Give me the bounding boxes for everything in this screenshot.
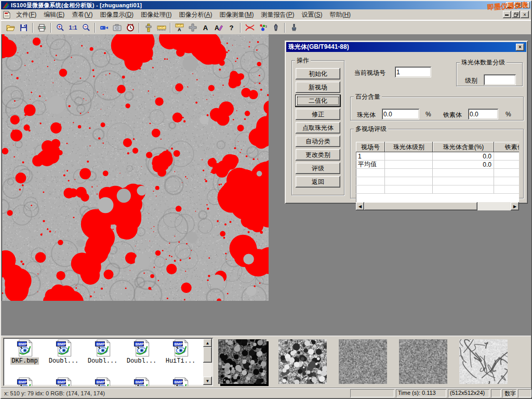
menu-item-i[interactable]: 图像处理(I) xyxy=(137,9,175,20)
file-item-2[interactable]: BMPDoubl... xyxy=(44,339,83,365)
menu-item-m[interactable]: 图像测量(M) xyxy=(216,9,257,20)
op-button-9[interactable]: 返回 xyxy=(296,176,340,188)
table-row-1[interactable]: 10.0 xyxy=(356,152,519,161)
ferrite-value-input[interactable] xyxy=(468,109,498,119)
op-button-7[interactable]: 更改类别 xyxy=(296,149,340,161)
menu-item-a[interactable]: 图像分析(A) xyxy=(175,9,216,20)
child-restore-button[interactable] xyxy=(512,11,520,18)
level-input[interactable] xyxy=(484,74,516,85)
video-camera-button[interactable] xyxy=(98,22,111,34)
scroll-down-button[interactable]: ▼ xyxy=(203,377,212,385)
file-item-1[interactable]: BMPDKF.bmp xyxy=(5,339,44,365)
pen-tool-button[interactable] xyxy=(269,22,282,34)
op-button-8[interactable]: 评级 xyxy=(296,163,340,174)
grid-cross-button[interactable] xyxy=(186,22,199,34)
file-item-3[interactable]: BMPDoubl... xyxy=(83,339,122,365)
table-hscrollbar[interactable]: ◀ ▶ xyxy=(356,202,519,210)
menu-item-f[interactable]: 文件(F) xyxy=(12,9,40,20)
annotate-tool-icon: A xyxy=(214,23,223,32)
file-item-4[interactable]: BMPDoubl... xyxy=(122,339,161,365)
pearlite-value-input[interactable] xyxy=(382,109,419,119)
bmp-file-icon: BMP xyxy=(133,339,151,357)
text-tool-button[interactable]: A xyxy=(199,22,212,34)
app-close-button[interactable]: × xyxy=(523,2,530,8)
child-close-button[interactable]: × xyxy=(521,11,529,18)
zoom-out-icon xyxy=(82,23,90,32)
menu-item-p[interactable]: 测量报告(P) xyxy=(257,9,298,20)
count-markers-button[interactable]: 3 xyxy=(256,22,269,34)
table-cell xyxy=(494,161,519,169)
grading-group-label: 珠光体数量分级 xyxy=(460,58,507,67)
operation-group-label: 操作 xyxy=(295,56,311,65)
svg-text:BMP: BMP xyxy=(174,342,182,347)
thumbnail-5[interactable] xyxy=(459,339,508,384)
app-minimize-button[interactable] xyxy=(506,2,513,8)
dialog-titlebar[interactable]: 珠光体(GB/T9441-88) × xyxy=(286,42,526,52)
table-header-4[interactable]: 铁素体含量(%) xyxy=(494,142,519,152)
open-folder-button[interactable] xyxy=(4,22,17,34)
timer-clock-button[interactable] xyxy=(124,22,137,34)
file-vscrollbar[interactable]: ▲ ▼ xyxy=(203,339,212,385)
current-field-input[interactable] xyxy=(395,66,431,77)
print-icon xyxy=(37,24,46,32)
rating-table[interactable]: 视场号珠光体级别珠光体含量(%)铁素体含量(%) 10.0平均值0.0 xyxy=(356,142,519,202)
app-restore-button[interactable] xyxy=(514,2,522,8)
op-button-1[interactable]: 初始化 xyxy=(296,68,340,79)
child-minimize-button[interactable] xyxy=(503,11,511,18)
toolbar-separator xyxy=(95,23,96,33)
file-item-clipped-3[interactable]: BMP xyxy=(83,377,122,386)
thumbnail-3[interactable] xyxy=(339,339,387,384)
table-header-1[interactable]: 视场号 xyxy=(356,142,385,152)
scroll-up-button[interactable]: ▲ xyxy=(203,339,212,347)
save-button[interactable] xyxy=(17,22,30,34)
menu-item-s[interactable]: 设置(S) xyxy=(298,9,326,20)
menu-item-h[interactable]: 帮助(H) xyxy=(326,9,354,20)
scroll-right-button[interactable]: ▶ xyxy=(511,202,519,210)
caliper-button[interactable] xyxy=(142,22,155,34)
brush-tool-button[interactable] xyxy=(287,22,300,34)
video-camera-icon xyxy=(100,24,109,31)
menu-item-e[interactable]: 编辑(E) xyxy=(40,9,68,20)
op-button-2[interactable]: 新视场 xyxy=(296,82,340,93)
op-button-3[interactable]: 二值化 xyxy=(296,95,340,107)
grid-cross-icon xyxy=(189,23,197,32)
table-row-5[interactable] xyxy=(356,185,519,194)
op-button-6[interactable]: 自动分类 xyxy=(296,136,340,147)
thumbnail-1[interactable] xyxy=(218,339,267,384)
file-item-clipped-2[interactable]: BMP xyxy=(44,377,83,386)
table-row-4[interactable] xyxy=(356,177,519,185)
file-item-clipped-1[interactable]: BMP xyxy=(5,377,44,386)
op-button-5[interactable]: 点取珠光体 xyxy=(296,122,340,134)
annotate-tool-button[interactable]: A xyxy=(212,22,225,34)
app-icon xyxy=(2,2,9,9)
actual-size-button[interactable]: 1:1 xyxy=(66,22,79,34)
zoom-in-button[interactable] xyxy=(54,22,66,34)
file-item-clipped-4[interactable]: BMP xyxy=(122,377,161,386)
table-header-2[interactable]: 珠光体级别 xyxy=(385,142,433,152)
zoom-out-button[interactable] xyxy=(79,22,92,34)
table-row-2[interactable]: 平均值0.0 xyxy=(356,161,519,169)
help-button[interactable]: ? xyxy=(225,22,238,34)
file-item-clipped-5[interactable]: BMP xyxy=(161,377,200,386)
file-listbox[interactable]: BMPDKF.bmpBMPDoubl...BMPDoubl...BMPDoubl… xyxy=(3,338,213,386)
vscroll-thumb[interactable] xyxy=(203,347,212,363)
hscroll-thumb[interactable] xyxy=(364,202,477,210)
curve-tool-button[interactable] xyxy=(243,22,256,34)
micrograph-image[interactable] xyxy=(2,34,269,301)
document-icon[interactable] xyxy=(3,11,10,19)
file-item-5[interactable]: BMPHuiTi... xyxy=(161,339,200,365)
table-cell xyxy=(433,177,494,185)
scroll-left-button[interactable]: ◀ xyxy=(356,202,364,210)
thumbnail-2[interactable] xyxy=(278,339,327,384)
table-row-3[interactable] xyxy=(356,169,519,177)
dialog-close-button[interactable]: × xyxy=(516,44,524,51)
camera-capture-button[interactable] xyxy=(111,22,124,34)
table-header-3[interactable]: 珠光体含量(%) xyxy=(433,142,494,152)
menu-item-v[interactable]: 查看(V) xyxy=(68,9,96,20)
thumbnail-4[interactable] xyxy=(399,339,447,384)
op-button-4[interactable]: 修正 xyxy=(296,109,340,120)
print-button[interactable] xyxy=(35,22,48,34)
measure-label-button[interactable]: A xyxy=(173,22,186,34)
menu-item-d[interactable]: 图像显示(D) xyxy=(96,9,137,20)
ruler-button[interactable] xyxy=(155,22,168,34)
